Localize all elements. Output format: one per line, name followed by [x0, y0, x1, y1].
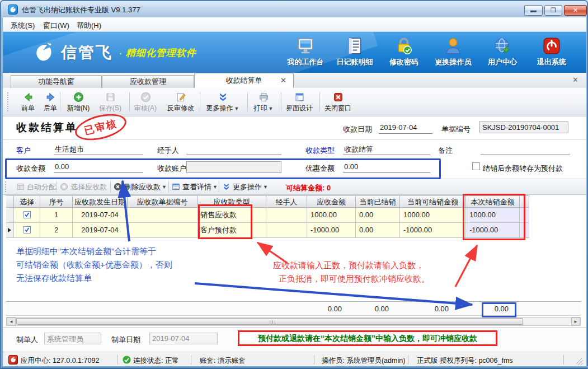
tabstrip-close-icon[interactable]: ✕ — [572, 76, 578, 84]
scroll-right-icon[interactable]: ► — [571, 317, 580, 325]
receipt-date-field[interactable]: 2019-07-04 — [379, 122, 432, 134]
banner-actions: 我的工作台 日记账明细 修改密码 — [281, 36, 576, 67]
col-date[interactable]: 应收款发生日期 — [73, 195, 128, 208]
window-title: 信管飞出纳记账软件专业版 V9.1.377 — [22, 5, 140, 15]
cell-settled[interactable]: 0.00 — [356, 223, 400, 238]
tab-function-nav[interactable]: 功能导航窗 — [11, 75, 102, 88]
unaudit-button[interactable]: 反审修改 — [164, 91, 197, 114]
cell-type[interactable]: 销售应收款 — [197, 208, 266, 223]
cell-current-settle[interactable]: -1000.00 — [466, 223, 520, 238]
table-row[interactable]: 2 2019-07-04 客户预付款 -1000.00 0.00 -1000.0… — [6, 223, 529, 238]
settleable-amount-text: 可结算金额: 0 — [286, 183, 331, 193]
cell-amount[interactable]: 1000.00 — [307, 208, 356, 223]
col-current[interactable]: 本次结销金额 — [466, 195, 520, 208]
menu-bar: 系统(S) 窗口(W) 帮助(H) — [3, 17, 586, 32]
cell-doc[interactable] — [128, 208, 197, 223]
close-button[interactable]: ✕ — [564, 5, 587, 16]
make-date-field: 2019-07-04 — [149, 333, 218, 344]
more-actions-button[interactable]: 更多操作▼ — [203, 91, 242, 114]
status-connection: 连接状态: 正常 — [133, 356, 179, 366]
view-detail-button[interactable]: 查看详情▼ — [172, 181, 218, 193]
cell-type[interactable]: 客户预付款 — [197, 223, 266, 238]
app-logo-icon — [8, 4, 18, 15]
close-red-icon — [333, 92, 344, 102]
col-select[interactable]: 选择 — [14, 195, 40, 208]
add-button[interactable]: 新增(N) — [62, 91, 95, 114]
ui-design-button[interactable]: 界面设计 — [283, 91, 316, 114]
remove-receivable-button[interactable]: 删除应收款▼ — [114, 181, 167, 193]
cell-date[interactable]: 2019-07-04 — [73, 208, 128, 223]
cell-handler[interactable] — [266, 223, 307, 238]
cell-handler[interactable] — [266, 208, 307, 223]
window-bottom-edge — [1, 366, 588, 368]
grid-header-row: 选择 序号 应收款发生日期 应收款单据编号 应收款类型 经手人 应收金额 当前已… — [6, 195, 529, 208]
cell-date[interactable]: 2019-07-04 — [73, 223, 128, 238]
menu-system[interactable]: 系统(S) — [8, 20, 37, 31]
green-note-text: 预付款或退款请在“本次结销金额”中输入负数，即可冲销应收款 — [238, 330, 497, 346]
cell-available[interactable]: -1000.00 — [400, 223, 466, 238]
make-date-label: 制单日期 — [111, 335, 140, 345]
banner-action-workbench[interactable]: 我的工作台 — [281, 36, 330, 67]
receipt-account-label: 收款账户 — [157, 164, 186, 174]
col-extra — [520, 195, 529, 208]
remark-field[interactable] — [481, 143, 570, 155]
dropdown-caret-icon: ▼ — [234, 106, 239, 111]
cell-seq[interactable]: 1 — [40, 208, 73, 223]
menu-help[interactable]: 帮助(H) — [74, 20, 104, 31]
col-handler[interactable]: 经手人 — [266, 195, 307, 208]
cell-available[interactable]: 1000.00 — [400, 208, 466, 223]
discount-amount-field[interactable]: 0.00 — [343, 161, 430, 173]
banner-action-exit[interactable]: 退出系统 — [527, 36, 576, 67]
banner-action-journal[interactable]: 日记账明细 — [330, 36, 379, 67]
row-indicator-cell — [6, 208, 14, 223]
row-checkbox-checked[interactable] — [23, 226, 31, 233]
banner-action-password[interactable]: 修改密码 — [379, 36, 429, 67]
col-available[interactable]: 当前可结销金额 — [400, 195, 466, 208]
col-type[interactable]: 应收款类型 — [197, 195, 266, 208]
auto-assign-button: 自动分配 — [16, 181, 56, 193]
row-checkbox-checked[interactable] — [23, 211, 31, 218]
remove-circle-icon — [114, 183, 122, 191]
receipt-account-field[interactable] — [186, 161, 281, 173]
restore-button[interactable]: ❐ — [544, 5, 562, 16]
table-row[interactable]: 1 2019-07-04 销售应收款 1000.00 0.00 1000.00 … — [6, 208, 529, 223]
receipt-amount-field[interactable]: 0.00 — [54, 161, 143, 173]
user-center-globe-icon — [493, 36, 512, 55]
cell-current-settle[interactable]: 1000.00 — [466, 208, 520, 223]
more-detail-actions-button[interactable]: 更多操作▼ — [222, 181, 268, 193]
handler-field[interactable] — [186, 143, 281, 155]
tab-close-icon[interactable]: ✕ — [280, 77, 286, 84]
row-select-cell[interactable] — [14, 223, 40, 238]
row-select-cell[interactable] — [14, 208, 40, 223]
col-amount[interactable]: 应收金额 — [307, 195, 356, 208]
tab-receipt-settlement[interactable]: 收款结算单 ✕ — [194, 73, 294, 88]
print-button[interactable]: 打印▼ — [249, 91, 278, 114]
minimize-button[interactable]: ▬ — [524, 5, 543, 16]
detail-toolbar-grip — [5, 181, 6, 192]
banner-action-operator[interactable]: 更换操作员 — [429, 36, 478, 67]
status-logo-icon — [8, 355, 18, 365]
total-amount: 0.00 — [303, 305, 342, 313]
transfer-prepay-checkbox[interactable] — [472, 162, 480, 170]
banner-action-usercenter[interactable]: 用户中心 — [478, 36, 527, 67]
blue-note-text: 单据明细中“本次结销金额”合计需等于 可结销金额（收款金额+优惠金额），否则 无… — [16, 245, 172, 285]
receipt-type-field[interactable]: 收款结算 — [343, 143, 430, 155]
current-row-arrow-icon — [8, 228, 11, 232]
cell-settled[interactable]: 0.00 — [356, 208, 400, 223]
col-doc-no[interactable]: 应收款单据编号 — [128, 195, 197, 208]
customer-field[interactable]: 生活超市 — [54, 143, 143, 155]
tab-receivable-mgmt[interactable]: 应收款管理 — [102, 75, 194, 88]
cell-amount[interactable]: -1000.00 — [307, 223, 356, 238]
scroll-left-icon[interactable]: ◄ — [7, 317, 16, 325]
col-seq[interactable]: 序号 — [40, 195, 73, 208]
scrollbar-thumb[interactable] — [16, 318, 523, 325]
menu-window[interactable]: 窗口(W) — [41, 20, 72, 31]
col-settled[interactable]: 当前已结销 — [356, 195, 400, 208]
horizontal-scrollbar[interactable]: ◄ ► — [6, 317, 581, 326]
cell-seq[interactable]: 2 — [40, 223, 73, 238]
cell-doc[interactable] — [128, 223, 197, 238]
resize-grip[interactable] — [576, 358, 583, 365]
banner-action-label: 我的工作台 — [288, 57, 324, 67]
remark-label: 备注 — [438, 146, 453, 156]
close-window-button[interactable]: 关闭窗口 — [322, 91, 354, 114]
